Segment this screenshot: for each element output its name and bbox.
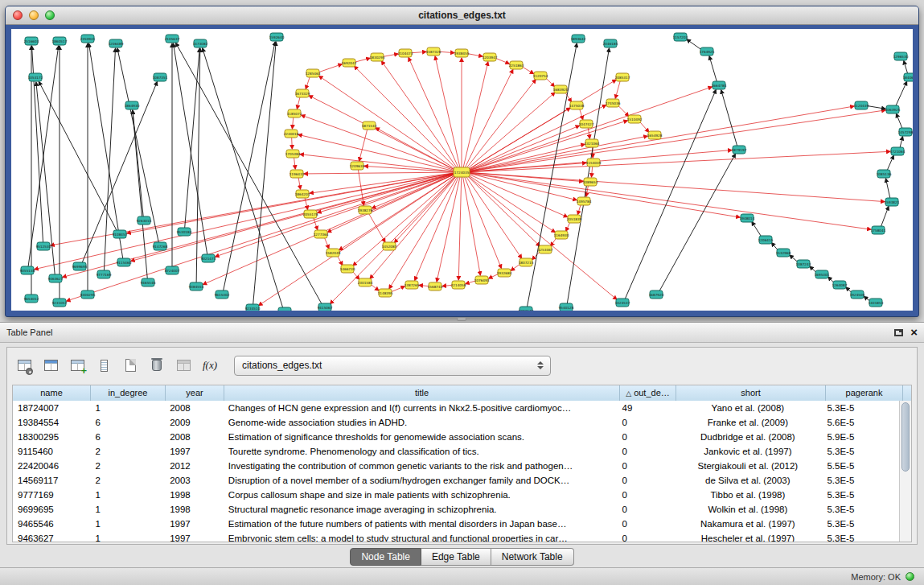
graph-edge[interactable] bbox=[355, 58, 370, 62]
graph-edge[interactable] bbox=[465, 69, 513, 168]
table-cell[interactable]: 14569117 bbox=[13, 476, 91, 485]
table-cell[interactable]: 1997 bbox=[165, 519, 224, 529]
table-row[interactable]: 946554611997Estimation of the future num… bbox=[13, 517, 899, 531]
graph-edge[interactable] bbox=[615, 81, 620, 99]
table-cell[interactable]: 18300295 bbox=[13, 432, 91, 442]
graph-node[interactable]: 1683920 bbox=[553, 85, 569, 93]
graph-edge[interactable] bbox=[371, 284, 379, 290]
graph-edge[interactable] bbox=[467, 174, 567, 217]
table-cell[interactable]: Estimation of significance thresholds fo… bbox=[224, 432, 618, 442]
table-cell[interactable]: Jankovic et al. (1997) bbox=[673, 447, 822, 456]
graph-edge[interactable] bbox=[412, 51, 426, 52]
graph-node[interactable]: 1120439 bbox=[854, 101, 869, 109]
graph-node[interactable]: 1924506 bbox=[850, 290, 865, 299]
graph-edge[interactable] bbox=[306, 76, 310, 89]
table-cell[interactable]: 5.3E-5 bbox=[822, 476, 899, 485]
graph-node[interactable]: 1206489 bbox=[109, 39, 124, 47]
table-cell[interactable]: 2 bbox=[91, 461, 166, 471]
graph-edge[interactable] bbox=[304, 172, 455, 174]
table-cell[interactable]: Genome-wide association studies in ADHD. bbox=[224, 418, 618, 427]
table-cell[interactable]: Franke et al. (2009) bbox=[673, 418, 822, 427]
graph-node[interactable]: 2240016 bbox=[284, 130, 299, 138]
graph-node[interactable]: 9654012 bbox=[24, 295, 39, 303]
graph-node[interactable]: 2055178 bbox=[303, 210, 318, 218]
graph-node[interactable]: 9302648 bbox=[519, 307, 534, 311]
table-cell[interactable]: Tibbo et al. (1998) bbox=[673, 490, 822, 500]
graph-edge[interactable] bbox=[567, 48, 609, 303]
graph-node[interactable]: 1758041 bbox=[871, 226, 886, 234]
graph-node[interactable]: 2516603 bbox=[24, 37, 39, 45]
graph-node[interactable]: 1592640 bbox=[269, 33, 285, 41]
graph-node[interactable]: 1473082 bbox=[193, 39, 208, 47]
graph-edge[interactable] bbox=[337, 256, 343, 266]
network-svg[interactable]: 1724035128546316733291185072224001617053… bbox=[11, 29, 913, 311]
table-cell[interactable]: Structural magnetic resonance image aver… bbox=[224, 505, 618, 514]
table-row[interactable]: 911546021997Tourette syndrome. Phenomeno… bbox=[13, 444, 899, 459]
table-cell[interactable]: 2003 bbox=[165, 476, 224, 485]
graph-node[interactable]: 8724007 bbox=[165, 266, 180, 274]
table-cell[interactable]: 5.3E-5 bbox=[822, 403, 899, 413]
graph-edge[interactable] bbox=[511, 264, 520, 270]
graph-node[interactable]: 1568743 bbox=[428, 282, 443, 290]
table-cell[interactable]: 1 bbox=[91, 403, 166, 413]
graph-node[interactable]: 1452087 bbox=[382, 242, 397, 250]
graph-edge[interactable] bbox=[358, 170, 363, 205]
graph-node[interactable]: 9415067 bbox=[318, 303, 333, 311]
graph-edge[interactable] bbox=[468, 173, 871, 229]
graph-node[interactable]: 1764925 bbox=[700, 47, 715, 56]
graph-node[interactable]: 1721064 bbox=[890, 147, 906, 155]
graph-node[interactable]: 1745036 bbox=[606, 99, 621, 107]
graph-node[interactable]: 2104473 bbox=[398, 49, 413, 57]
table-cell[interactable]: 0 bbox=[618, 534, 674, 542]
graph-node[interactable]: 1593821 bbox=[885, 198, 900, 206]
new-table-button[interactable] bbox=[120, 355, 141, 376]
graph-node[interactable]: 9512530 bbox=[36, 242, 51, 250]
graph-edge[interactable] bbox=[868, 106, 885, 109]
column-header-year[interactable]: year bbox=[166, 385, 224, 401]
graph-edge[interactable] bbox=[415, 176, 459, 281]
table-row[interactable]: 977716911998Corpus callosum shape and si… bbox=[13, 488, 899, 502]
graph-node[interactable]: 9540128 bbox=[559, 303, 574, 311]
close-window-button[interactable] bbox=[13, 10, 23, 20]
graph-edge[interactable] bbox=[528, 43, 577, 307]
graph-node[interactable]: 1024537 bbox=[615, 299, 630, 307]
table-cell[interactable]: 2012 bbox=[165, 461, 224, 471]
graph-node[interactable]: 9384554 bbox=[189, 282, 204, 290]
graph-node[interactable]: 9108457 bbox=[113, 230, 128, 238]
graph-node[interactable]: 1277364 bbox=[314, 230, 329, 238]
import-table-button[interactable] bbox=[173, 355, 194, 376]
graph-edge[interactable] bbox=[292, 138, 293, 149]
column-header-title[interactable]: title bbox=[224, 385, 620, 401]
graph-node[interactable]: 1321064 bbox=[585, 139, 600, 147]
graph-edge[interactable] bbox=[297, 97, 300, 109]
graph-edge[interactable] bbox=[359, 130, 368, 161]
graph-edge[interactable] bbox=[203, 48, 283, 308]
graph-node[interactable]: 2251863 bbox=[509, 61, 524, 69]
graph-node[interactable]: 1164930 bbox=[554, 231, 569, 239]
graph-node[interactable]: 1196432 bbox=[290, 170, 305, 178]
table-cell[interactable]: 0 bbox=[618, 461, 674, 471]
graph-edge[interactable] bbox=[440, 51, 454, 52]
table-cell[interactable]: 0 bbox=[618, 505, 674, 514]
graph-edge[interactable] bbox=[39, 81, 117, 230]
graph-node[interactable]: 1510492 bbox=[627, 115, 643, 123]
graph-edge[interactable] bbox=[458, 176, 462, 280]
window-titlebar[interactable]: citations_edges.txt bbox=[6, 6, 918, 25]
graph-node[interactable]: 1664784 bbox=[712, 81, 727, 89]
graph-edge[interactable] bbox=[900, 137, 902, 148]
float-panel-icon[interactable] bbox=[894, 329, 903, 336]
graph-hub-node[interactable]: 1724035 bbox=[454, 167, 470, 177]
graph-edge[interactable] bbox=[368, 213, 385, 242]
graph-edge[interactable] bbox=[468, 173, 740, 217]
graph-node[interactable]: 1085136 bbox=[877, 170, 892, 178]
graph-node[interactable]: 1938455 bbox=[454, 49, 470, 57]
graph-node[interactable]: 2350941 bbox=[80, 35, 96, 43]
graph-edge[interactable] bbox=[468, 173, 577, 200]
graph-edge[interactable] bbox=[309, 96, 456, 171]
graph-edge[interactable] bbox=[300, 154, 455, 172]
function-builder-button[interactable]: f(x) bbox=[199, 355, 220, 376]
table-cell[interactable]: 0 bbox=[618, 519, 674, 529]
table-cell[interactable]: 1998 bbox=[165, 505, 224, 514]
graph-edge[interactable] bbox=[639, 122, 649, 132]
graph-node[interactable]: 1047427 bbox=[579, 120, 594, 128]
